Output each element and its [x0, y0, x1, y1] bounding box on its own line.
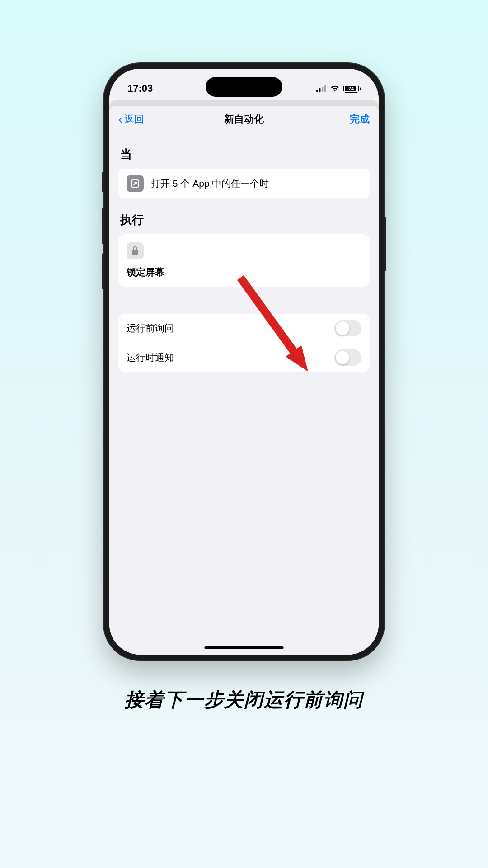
signal-icon: [316, 85, 326, 92]
notify-when-toggle[interactable]: [334, 349, 361, 366]
ask-before-running-row: 运行前询问: [118, 314, 370, 343]
when-condition-text: 打开 5 个 App 中的任一个时: [151, 177, 269, 190]
do-section-header: 执行: [118, 212, 370, 228]
ask-before-label: 运行前询问: [127, 322, 174, 335]
svg-rect-1: [319, 88, 321, 92]
svg-rect-2: [322, 87, 324, 92]
wifi-icon: [330, 85, 340, 92]
svg-rect-0: [316, 90, 318, 92]
phone-volume-up: [102, 208, 104, 244]
toggles-card: 运行前询问 运行时通知: [118, 314, 370, 372]
phone-power-button: [384, 217, 386, 271]
caption-text: 接着下一步关闭运行前询问: [125, 687, 363, 712]
status-icons: 74: [316, 85, 361, 93]
lock-icon: [127, 242, 144, 259]
modal-sheet: ‹ 返回 新自动化 完成 当 打开 5: [109, 106, 379, 655]
done-button[interactable]: 完成: [350, 113, 370, 126]
phone-screen: 17:03: [109, 69, 379, 655]
notify-when-run-row: 运行时通知: [118, 343, 370, 372]
battery-icon: 74: [343, 85, 361, 93]
page-title: 新自动化: [224, 113, 264, 126]
chevron-left-icon: ‹: [118, 112, 122, 127]
back-label: 返回: [124, 113, 144, 126]
dynamic-island: [206, 77, 282, 97]
home-indicator[interactable]: [205, 646, 284, 649]
nav-bar: ‹ 返回 新自动化 完成: [109, 106, 379, 133]
do-action-card[interactable]: 锁定屏幕: [118, 234, 370, 287]
do-action-text: 锁定屏幕: [127, 266, 164, 278]
notify-when-label: 运行时通知: [127, 351, 174, 364]
battery-level: 74: [348, 86, 354, 91]
phone-volume-down: [102, 253, 104, 289]
when-condition-card[interactable]: 打开 5 个 App 中的任一个时: [118, 169, 370, 198]
app-open-icon: [127, 175, 144, 192]
phone-side-button: [102, 172, 104, 192]
svg-rect-5: [132, 250, 138, 255]
back-button[interactable]: ‹ 返回: [118, 112, 144, 127]
when-section-header: 当: [118, 146, 370, 162]
content-area: 当 打开 5 个 App 中的任一个时 执行: [109, 146, 379, 372]
svg-rect-3: [324, 85, 326, 92]
ask-before-toggle[interactable]: [334, 320, 361, 336]
phone-frame: 17:03: [104, 63, 384, 660]
status-time: 17:03: [127, 83, 153, 94]
